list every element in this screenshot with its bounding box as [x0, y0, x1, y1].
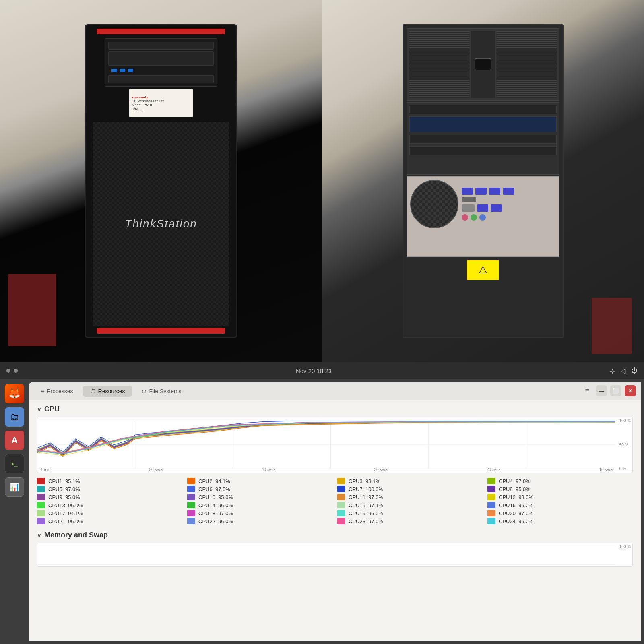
memory-graph: 100 % — [37, 543, 633, 567]
cpu-label-cpu13: CPU13 96.0% — [48, 502, 83, 508]
ts-top-accent — [97, 29, 225, 34]
cpu-label-cpu22: CPU22 96.0% — [198, 518, 233, 524]
cpu-label-cpu4: CPU4 97.0% — [499, 478, 530, 484]
window-nav: ≡ Processes ⏱ Resources ⊙ File Systems — [34, 386, 189, 397]
photo-right: ⚠ — [322, 0, 644, 362]
memory-section-title: Memory and Swap — [44, 531, 108, 539]
ts-pcie-slots — [407, 102, 559, 175]
cpu-color-cpu7 — [337, 486, 345, 492]
tab-processes[interactable]: ≡ Processes — [34, 386, 80, 397]
cpu-label-cpu2: CPU2 94.1% — [198, 478, 230, 484]
memory-y-label-100: 100 % — [619, 545, 631, 549]
cpu-label-cpu17: CPU17 94.1% — [48, 510, 83, 516]
cpu-legend-item-cpu6: CPU6 97.0% — [187, 486, 332, 492]
memory-chevron-icon[interactable]: ∨ — [37, 532, 41, 539]
ts-usb-rear-6 — [491, 204, 502, 212]
cpu-label-cpu23: CPU23 97.0% — [349, 518, 383, 524]
cpu-label-cpu8: CPU8 95.0% — [499, 486, 530, 492]
ts-body-mesh: ThinkStation — [93, 122, 229, 326]
cpu-label-cpu14: CPU14 96.0% — [198, 502, 233, 508]
photo-section: ● warranty CE Ventures Pte Ltd Model: P5… — [0, 0, 644, 362]
window-titlebar: ≡ Processes ⏱ Resources ⊙ File Systems ≡… — [29, 382, 641, 400]
cpu-label-cpu18: CPU18 97.0% — [198, 510, 233, 516]
ts-drive-slot-2 — [108, 51, 214, 65]
ts-usb-port-3 — [128, 69, 133, 72]
cpu-legend-item-cpu23: CPU23 97.0% — [337, 518, 483, 524]
cpu-color-cpu2 — [187, 478, 195, 484]
sidebar-item-firefox[interactable]: 🦊 — [5, 384, 24, 403]
graph-y-labels: 100 % 50 % 0 % — [619, 417, 631, 473]
cpu-legend-item-cpu2: CPU2 94.1% — [187, 478, 332, 484]
cpu-label-cpu3: CPU3 93.1% — [349, 478, 380, 484]
sidebar-item-appstore[interactable]: A — [5, 431, 24, 450]
system-monitor: Nov 20 18:23 ⊹ ◁ ⏻ 🦊 🗂 A >_ 📊 — [0, 362, 644, 644]
photo-left: ● warranty CE Ventures Pte Ltd Model: P5… — [0, 0, 322, 362]
ts-vent-1 — [409, 31, 469, 98]
sidebar-item-files[interactable]: 🗂 — [5, 407, 24, 427]
ts-usb-rear-4 — [503, 188, 514, 195]
cpu-legend-item-cpu18: CPU18 97.0% — [187, 510, 332, 516]
tab-resources[interactable]: ⏱ Resources — [83, 386, 132, 397]
sidebar-item-monitor[interactable]: 📊 — [5, 477, 24, 497]
cpu-legend-item-cpu11: CPU11 97.0% — [337, 494, 483, 500]
cpu-legend: CPU1 95.1% CPU2 94.1% CPU3 93.1% CPU4 97… — [37, 478, 633, 524]
window-controls: ≡ — ⬜ ✕ — [582, 385, 636, 397]
ts-serial-port — [462, 197, 476, 202]
cpu-color-cpu11 — [337, 494, 345, 500]
cpu-color-cpu12 — [487, 494, 495, 500]
x-label-50: 50 secs — [149, 467, 163, 472]
cpu-color-cpu13 — [37, 502, 45, 508]
memory-graph-svg — [37, 543, 632, 566]
cpu-label-cpu6: CPU6 97.0% — [198, 486, 230, 492]
cpu-color-cpu8 — [487, 486, 495, 492]
cpu-label-cpu24: CPU24 96.0% — [499, 518, 533, 524]
cpu-legend-item-cpu10: CPU10 95.0% — [187, 494, 332, 500]
maximize-button[interactable]: ⬜ — [610, 385, 621, 396]
ts-vent-2 — [497, 31, 557, 98]
label-sticker: ● warranty CE Ventures Pte Ltd Model: P5… — [129, 89, 193, 117]
cpu-chevron-icon[interactable]: ∨ — [37, 406, 41, 413]
x-label-40: 40 secs — [262, 467, 275, 472]
cpu-label-cpu9: CPU9 95.0% — [48, 494, 80, 500]
cpu-color-cpu10 — [187, 494, 195, 500]
cpu-legend-item-cpu9: CPU9 95.0% — [37, 494, 182, 500]
ts-warning-sticker: ⚠ — [467, 260, 499, 280]
x-label-10: 10 secs — [599, 467, 613, 472]
cpu-label-cpu5: CPU5 97.0% — [48, 486, 80, 492]
topbar-dot-1 — [6, 369, 10, 373]
cpu-color-cpu15 — [337, 502, 345, 508]
cpu-graph: 100 % 50 % 0 % 1 min 50 secs 40 secs 30 … — [37, 417, 633, 473]
cpu-label-cpu12: CPU12 93.0% — [499, 494, 533, 500]
menu-button[interactable]: ≡ — [582, 385, 592, 397]
cpu-color-cpu20 — [487, 510, 495, 516]
cpu-color-cpu14 — [187, 502, 195, 508]
cpu-legend-item-cpu16: CPU16 96.0% — [487, 502, 633, 508]
y-label-100: 100 % — [619, 419, 631, 423]
topbar-dot-2 — [14, 369, 18, 373]
cpu-legend-item-cpu4: CPU4 97.0% — [487, 478, 633, 484]
minimize-button[interactable]: — — [596, 385, 607, 396]
resources-icon: ⏱ — [90, 388, 96, 394]
ts-usb-rear-1 — [462, 188, 473, 195]
monitor-icon: 📊 — [10, 482, 20, 492]
cpu-label-cpu20: CPU20 97.0% — [499, 510, 533, 516]
topbar-volume-icon: ◁ — [621, 367, 625, 375]
ts-drive-slot-1 — [108, 42, 214, 50]
cpu-color-cpu3 — [337, 478, 345, 484]
sidebar-item-terminal[interactable]: >_ — [5, 454, 24, 473]
cpu-legend-item-cpu19: CPU19 96.0% — [337, 510, 483, 516]
tab-filesystems[interactable]: ⊙ File Systems — [134, 386, 188, 397]
cpu-label-cpu1: CPU1 95.1% — [48, 478, 80, 484]
x-label-1min: 1 min — [41, 467, 50, 472]
app-window: ≡ Processes ⏱ Resources ⊙ File Systems ≡… — [29, 382, 641, 641]
ts-rear-ports — [462, 188, 514, 221]
topbar-left — [6, 369, 18, 373]
cpu-legend-item-cpu12: CPU12 93.0% — [487, 494, 633, 500]
cpu-color-cpu6 — [187, 486, 195, 492]
memory-y-labels: 100 % — [619, 543, 631, 566]
ts-pcie-2 — [409, 116, 557, 132]
thinkstation-logo: ThinkStation — [125, 217, 197, 230]
thinkstation-front: ● warranty CE Ventures Pte Ltd Model: P5… — [85, 24, 237, 338]
ts-ethernet — [462, 204, 475, 212]
close-button[interactable]: ✕ — [625, 385, 636, 396]
